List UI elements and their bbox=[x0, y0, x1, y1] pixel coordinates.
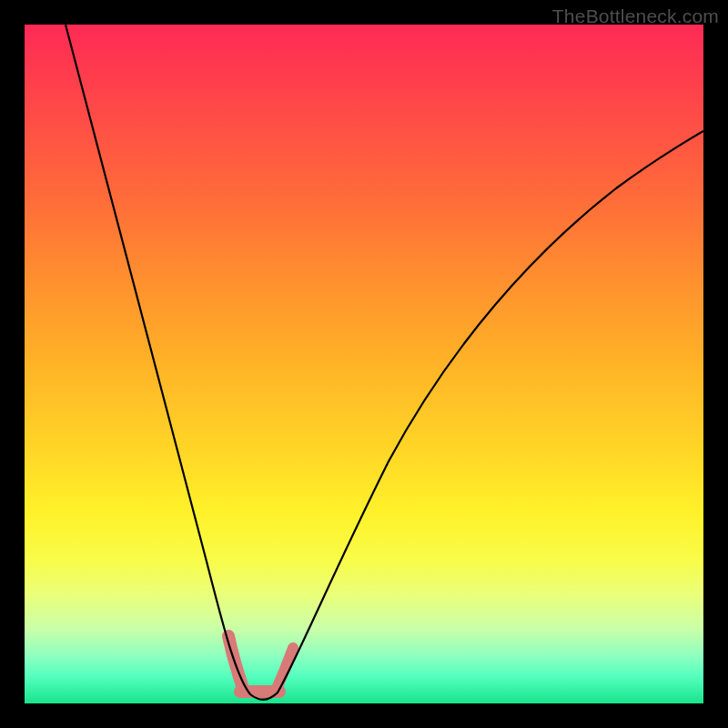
bottleneck-curve-svg bbox=[25, 25, 703, 703]
chart-plot-area bbox=[25, 25, 703, 703]
bottleneck-curve-path bbox=[66, 25, 703, 700]
watermark-label: TheBottleneck.com bbox=[552, 5, 719, 27]
